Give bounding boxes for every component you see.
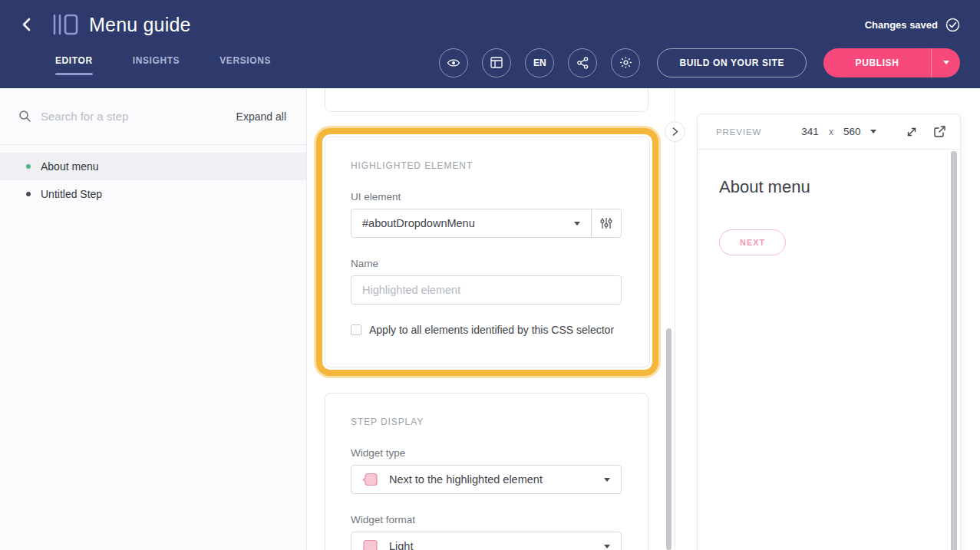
share-icon [577,57,589,69]
changes-saved-status: Changes saved [865,18,960,32]
chevron-down-icon [943,61,949,64]
apply-all-checkbox-label: Apply to all elements identified by this… [369,324,614,336]
name-label: Name [351,258,624,269]
preview-size-x: x [829,127,833,137]
chevron-down-icon [604,545,610,548]
widget-type-value: Next to the highlighted element [389,473,593,486]
gear-icon [619,56,632,69]
preview-eye-button[interactable] [439,48,468,77]
step-display-heading: STEP DISPLAY [351,417,622,427]
preview-width-value: 341 [801,126,819,137]
step-status-dot [26,192,31,196]
preview-step-title: About menu [719,177,939,197]
tab-editor[interactable]: EDITOR [55,51,93,75]
sliders-icon [600,217,612,229]
expand-preview-button[interactable] [906,126,918,138]
tab-versions[interactable]: VERSIONS [219,51,271,75]
tooltip-widget-icon [362,473,378,487]
page-title: Menu guide [89,14,191,36]
apply-all-checkbox-row[interactable]: Apply to all elements identified by this… [351,324,624,336]
highlighted-element-card-highlight: HIGHLIGHTED ELEMENT UI element #aboutDro… [316,128,658,376]
content-scrollbar-thumb[interactable] [666,328,671,550]
search-step-input[interactable] [41,110,236,123]
ui-element-select[interactable]: #aboutDropdownMenu [351,209,591,237]
highlighted-element-heading: HIGHLIGHTED ELEMENT [351,160,624,171]
app-header: Menu guide Changes saved EDITOR INSIGHTS… [0,0,980,88]
language-button[interactable]: EN [525,48,554,77]
light-format-icon [362,539,378,550]
chevron-down-icon [574,222,580,226]
widget-format-label: Widget format [351,514,622,525]
publish-button[interactable]: PUBLISH [823,48,931,77]
step-list: About menu Untitled Step [0,145,306,208]
settings-button[interactable] [611,48,640,77]
ui-element-value: #aboutDropdownMenu [362,217,574,229]
step-item-untitled-step[interactable]: Untitled Step [0,180,306,208]
element-name-input[interactable] [351,275,622,305]
chevron-left-icon [20,17,34,32]
widget-type-label: Widget type [351,447,622,459]
widget-format-select[interactable]: Light [351,532,622,550]
preview-panel: PREVIEW 341 x 560 About menu [675,88,980,550]
layout-button[interactable] [482,48,511,77]
expand-all-button[interactable]: Expand all [236,110,286,123]
preview-height-value: 560 [843,126,861,137]
preview-card: PREVIEW 341 x 560 About menu [697,114,961,550]
check-circle-icon [945,18,960,32]
collapse-panel-button[interactable] [665,121,685,142]
step-item-label: Untitled Step [41,188,102,200]
search-icon [18,110,31,123]
apply-all-checkbox[interactable] [351,324,361,335]
back-button[interactable] [20,17,34,32]
external-link-icon [933,125,946,138]
layout-icon [490,57,503,68]
open-in-new-window-button[interactable] [933,125,946,138]
build-on-your-site-button[interactable]: BUILD ON YOUR SITE [657,48,807,77]
eye-icon [447,58,460,68]
widget-format-value: Light [389,540,593,550]
editor-tabs: EDITOR INSIGHTS VERSIONS [55,51,271,75]
publish-split-button: PUBLISH [823,48,960,77]
step-display-card: STEP DISPLAY Widget type Next to the hig… [325,393,648,550]
preview-next-button[interactable]: NEXT [719,229,786,255]
element-settings-button[interactable] [591,209,621,237]
steps-sidebar: Expand all About menu Untitled Step [0,88,307,550]
changes-saved-label: Changes saved [865,19,938,31]
expand-diagonal-icon [906,126,918,138]
step-editor-content: HIGHLIGHTED ELEMENT UI element #aboutDro… [307,88,675,550]
publish-dropdown-button[interactable] [931,48,960,77]
preview-scrollbar-thumb[interactable] [951,151,957,550]
step-item-label: About menu [41,160,99,173]
step-item-about-menu[interactable]: About menu [0,153,306,180]
preview-heading: PREVIEW [716,127,761,137]
guide-logo-icon [52,14,78,35]
previous-settings-card [325,88,648,112]
chevron-down-icon [870,130,876,133]
preview-size-select[interactable]: 341 x 560 [801,126,876,137]
tab-insights[interactable]: INSIGHTS [133,51,180,75]
step-status-dot [26,164,31,169]
share-button[interactable] [568,48,597,77]
chevron-right-icon [672,127,678,136]
chevron-down-icon [604,478,610,482]
ui-element-label: UI element [351,191,624,203]
widget-type-select[interactable]: Next to the highlighted element [351,465,622,494]
